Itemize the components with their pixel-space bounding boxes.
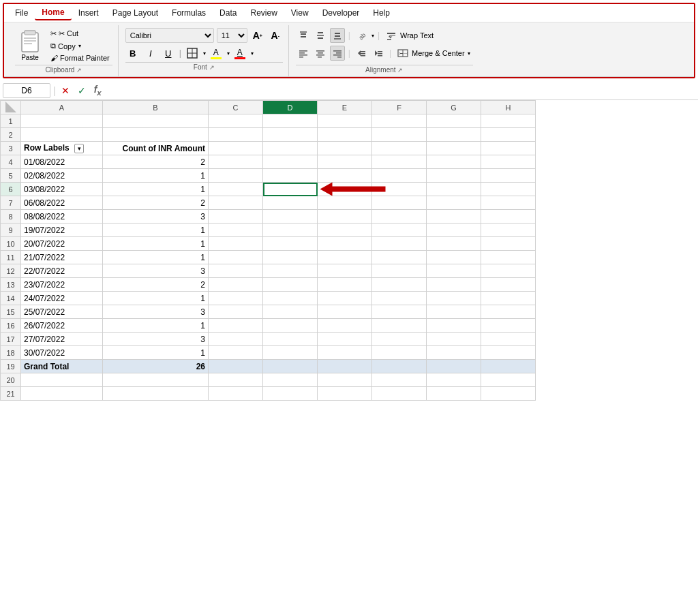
clipboard-expand-icon[interactable]: ↗ — [76, 67, 82, 74]
col-header-D[interactable]: D — [263, 101, 318, 114]
table-cell[interactable] — [372, 251, 427, 264]
table-cell[interactable] — [427, 169, 481, 183]
table-cell[interactable] — [263, 278, 318, 292]
increase-font-button[interactable]: A+ — [250, 28, 265, 43]
menu-insert[interactable]: Insert — [72, 6, 106, 20]
table-cell[interactable] — [209, 305, 263, 319]
table-cell[interactable] — [318, 292, 372, 305]
table-cell[interactable] — [318, 237, 372, 251]
table-cell[interactable] — [209, 114, 263, 128]
table-cell[interactable] — [427, 210, 481, 224]
table-cell[interactable] — [263, 333, 318, 346]
table-cell[interactable]: 24/07/2022 — [21, 292, 103, 305]
table-cell[interactable] — [263, 196, 318, 210]
table-cell[interactable]: 06/08/2022 — [21, 196, 103, 210]
row-header-9[interactable]: 9 — [1, 224, 21, 237]
table-cell[interactable]: 3 — [103, 210, 209, 224]
table-cell[interactable]: 3 — [103, 333, 209, 346]
table-cell[interactable]: Count of INR Amount — [103, 142, 209, 155]
font-color-button[interactable]: A — [232, 47, 247, 60]
table-cell[interactable] — [481, 155, 536, 169]
increase-indent-button[interactable] — [371, 46, 386, 61]
table-cell[interactable] — [481, 264, 536, 278]
table-cell[interactable] — [263, 264, 318, 278]
table-cell[interactable] — [372, 333, 427, 346]
table-cell[interactable] — [209, 169, 263, 183]
table-cell[interactable] — [209, 346, 263, 360]
table-cell[interactable]: 20/07/2022 — [21, 237, 103, 251]
table-cell[interactable] — [318, 373, 372, 387]
table-cell[interactable] — [318, 210, 372, 224]
table-cell[interactable] — [372, 360, 427, 373]
row-header-8[interactable]: 8 — [1, 210, 21, 224]
table-cell[interactable] — [209, 373, 263, 387]
table-cell[interactable] — [372, 292, 427, 305]
format-painter-button[interactable]: 🖌 Format Painter — [48, 52, 112, 63]
row-header-13[interactable]: 13 — [1, 278, 21, 292]
table-cell[interactable] — [209, 319, 263, 333]
align-middle-button[interactable] — [313, 28, 328, 43]
table-cell[interactable] — [263, 224, 318, 237]
table-cell[interactable] — [209, 210, 263, 224]
table-cell[interactable] — [427, 251, 481, 264]
table-cell[interactable] — [209, 128, 263, 142]
highlight-dropdown[interactable]: ▾ — [227, 50, 230, 57]
table-cell[interactable] — [427, 292, 481, 305]
table-cell[interactable] — [209, 387, 263, 401]
table-cell[interactable] — [209, 224, 263, 237]
table-cell[interactable] — [427, 224, 481, 237]
table-cell[interactable] — [21, 373, 103, 387]
table-cell[interactable] — [427, 183, 481, 196]
table-cell[interactable] — [263, 142, 318, 155]
table-cell[interactable] — [427, 155, 481, 169]
table-cell[interactable] — [481, 114, 536, 128]
table-cell[interactable] — [318, 251, 372, 264]
align-bottom-button[interactable] — [330, 28, 345, 43]
table-cell[interactable]: 25/07/2022 — [21, 305, 103, 319]
table-cell[interactable]: 2 — [103, 196, 209, 210]
menu-help[interactable]: Help — [366, 6, 397, 20]
table-cell[interactable] — [427, 305, 481, 319]
row-header-10[interactable]: 10 — [1, 237, 21, 251]
table-cell[interactable] — [481, 373, 536, 387]
table-cell[interactable] — [481, 210, 536, 224]
table-cell[interactable] — [263, 319, 318, 333]
table-cell[interactable]: 3 — [103, 264, 209, 278]
table-cell[interactable] — [263, 305, 318, 319]
table-cell[interactable] — [263, 210, 318, 224]
row-header-1[interactable]: 1 — [1, 114, 21, 128]
row-header-21[interactable]: 21 — [1, 387, 21, 401]
table-cell[interactable]: 1 — [103, 224, 209, 237]
table-cell[interactable]: 19/07/2022 — [21, 224, 103, 237]
table-cell[interactable]: 26/07/2022 — [21, 319, 103, 333]
table-cell[interactable]: 1 — [103, 292, 209, 305]
table-cell[interactable] — [481, 224, 536, 237]
table-cell[interactable]: 02/08/2022 — [21, 169, 103, 183]
table-cell[interactable]: 1 — [103, 319, 209, 333]
table-cell[interactable] — [427, 128, 481, 142]
table-cell[interactable] — [263, 114, 318, 128]
table-cell[interactable] — [263, 128, 318, 142]
table-cell[interactable] — [481, 251, 536, 264]
table-cell[interactable] — [481, 387, 536, 401]
table-cell[interactable] — [481, 319, 536, 333]
table-cell[interactable] — [427, 142, 481, 155]
table-cell[interactable] — [372, 346, 427, 360]
table-cell[interactable] — [263, 169, 318, 183]
table-cell[interactable] — [209, 333, 263, 346]
row-header-6[interactable]: 6 — [1, 183, 21, 196]
table-cell[interactable]: 2 — [103, 278, 209, 292]
row-header-5[interactable]: 5 — [1, 169, 21, 183]
alignment-expand-icon[interactable]: ↗ — [397, 67, 403, 74]
table-cell[interactable] — [209, 251, 263, 264]
table-cell[interactable] — [209, 183, 263, 196]
table-cell[interactable] — [209, 155, 263, 169]
menu-developer[interactable]: Developer — [316, 6, 367, 20]
grid-container[interactable]: A B C D E F G H 123Row Labels ▾Count of … — [0, 100, 698, 580]
table-cell[interactable] — [318, 155, 372, 169]
col-header-G[interactable]: G — [427, 101, 481, 114]
row-header-3[interactable]: 3 — [1, 142, 21, 155]
table-cell[interactable] — [263, 373, 318, 387]
table-cell[interactable] — [318, 346, 372, 360]
table-cell[interactable] — [372, 210, 427, 224]
